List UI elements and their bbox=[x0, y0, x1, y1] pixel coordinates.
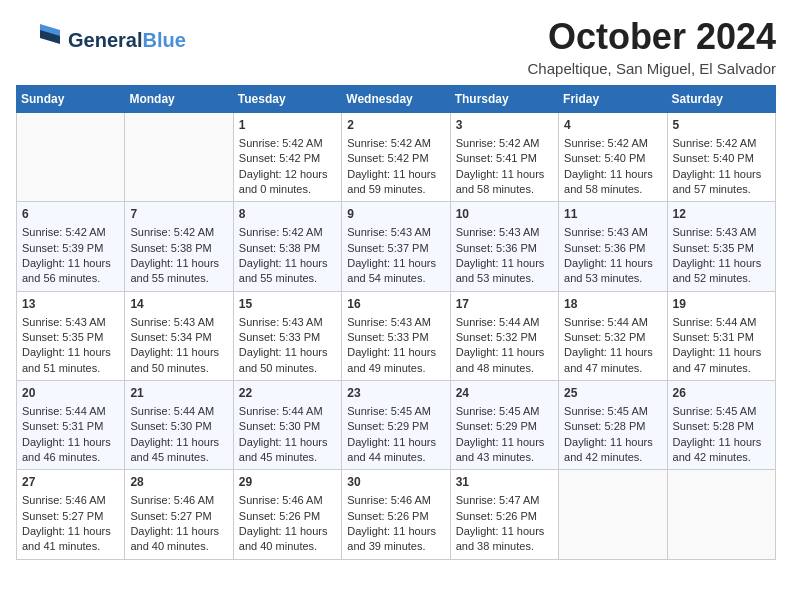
sunset-text: Sunset: 5:26 PM bbox=[347, 509, 444, 524]
sunset-text: Sunset: 5:31 PM bbox=[22, 419, 119, 434]
sunrise-text: Sunrise: 5:43 AM bbox=[347, 315, 444, 330]
day-number: 5 bbox=[673, 117, 770, 134]
calendar-cell: 4Sunrise: 5:42 AMSunset: 5:40 PMDaylight… bbox=[559, 113, 667, 202]
day-number: 4 bbox=[564, 117, 661, 134]
calendar-cell: 10Sunrise: 5:43 AMSunset: 5:36 PMDayligh… bbox=[450, 202, 558, 291]
logo-text-block: GeneralBlue bbox=[68, 29, 186, 51]
sunset-text: Sunset: 5:41 PM bbox=[456, 151, 553, 166]
calendar-header-row: SundayMondayTuesdayWednesdayThursdayFrid… bbox=[17, 86, 776, 113]
daylight-text: Daylight: 12 hours and 0 minutes. bbox=[239, 167, 336, 198]
sunset-text: Sunset: 5:32 PM bbox=[456, 330, 553, 345]
calendar-cell bbox=[667, 470, 775, 559]
sunset-text: Sunset: 5:28 PM bbox=[673, 419, 770, 434]
day-number: 12 bbox=[673, 206, 770, 223]
day-number: 1 bbox=[239, 117, 336, 134]
calendar-cell: 8Sunrise: 5:42 AMSunset: 5:38 PMDaylight… bbox=[233, 202, 341, 291]
day-number: 25 bbox=[564, 385, 661, 402]
calendar-cell: 2Sunrise: 5:42 AMSunset: 5:42 PMDaylight… bbox=[342, 113, 450, 202]
sunrise-text: Sunrise: 5:47 AM bbox=[456, 493, 553, 508]
daylight-text: Daylight: 11 hours and 40 minutes. bbox=[130, 524, 227, 555]
logo-general: General bbox=[68, 29, 142, 51]
sunrise-text: Sunrise: 5:42 AM bbox=[456, 136, 553, 151]
sunset-text: Sunset: 5:38 PM bbox=[130, 241, 227, 256]
calendar-cell: 20Sunrise: 5:44 AMSunset: 5:31 PMDayligh… bbox=[17, 381, 125, 470]
sunset-text: Sunset: 5:40 PM bbox=[564, 151, 661, 166]
calendar-cell: 22Sunrise: 5:44 AMSunset: 5:30 PMDayligh… bbox=[233, 381, 341, 470]
calendar-cell: 15Sunrise: 5:43 AMSunset: 5:33 PMDayligh… bbox=[233, 291, 341, 380]
day-header-friday: Friday bbox=[559, 86, 667, 113]
day-header-thursday: Thursday bbox=[450, 86, 558, 113]
daylight-text: Daylight: 11 hours and 53 minutes. bbox=[564, 256, 661, 287]
sunset-text: Sunset: 5:36 PM bbox=[456, 241, 553, 256]
sunrise-text: Sunrise: 5:46 AM bbox=[22, 493, 119, 508]
daylight-text: Daylight: 11 hours and 45 minutes. bbox=[239, 435, 336, 466]
calendar-cell: 3Sunrise: 5:42 AMSunset: 5:41 PMDaylight… bbox=[450, 113, 558, 202]
daylight-text: Daylight: 11 hours and 58 minutes. bbox=[456, 167, 553, 198]
logo-blue: Blue bbox=[142, 29, 185, 51]
day-number: 17 bbox=[456, 296, 553, 313]
day-number: 22 bbox=[239, 385, 336, 402]
sunset-text: Sunset: 5:32 PM bbox=[564, 330, 661, 345]
sunrise-text: Sunrise: 5:45 AM bbox=[564, 404, 661, 419]
daylight-text: Daylight: 11 hours and 49 minutes. bbox=[347, 345, 444, 376]
sunset-text: Sunset: 5:38 PM bbox=[239, 241, 336, 256]
sunrise-text: Sunrise: 5:46 AM bbox=[239, 493, 336, 508]
day-number: 26 bbox=[673, 385, 770, 402]
sunset-text: Sunset: 5:26 PM bbox=[239, 509, 336, 524]
calendar-cell: 11Sunrise: 5:43 AMSunset: 5:36 PMDayligh… bbox=[559, 202, 667, 291]
daylight-text: Daylight: 11 hours and 42 minutes. bbox=[673, 435, 770, 466]
sunset-text: Sunset: 5:35 PM bbox=[673, 241, 770, 256]
sunset-text: Sunset: 5:33 PM bbox=[239, 330, 336, 345]
daylight-text: Daylight: 11 hours and 55 minutes. bbox=[130, 256, 227, 287]
day-number: 30 bbox=[347, 474, 444, 491]
location-subtitle: Chapeltique, San Miguel, El Salvador bbox=[528, 60, 776, 77]
calendar-week-row: 20Sunrise: 5:44 AMSunset: 5:31 PMDayligh… bbox=[17, 381, 776, 470]
day-number: 20 bbox=[22, 385, 119, 402]
daylight-text: Daylight: 11 hours and 47 minutes. bbox=[564, 345, 661, 376]
sunrise-text: Sunrise: 5:42 AM bbox=[347, 136, 444, 151]
sunset-text: Sunset: 5:27 PM bbox=[22, 509, 119, 524]
day-number: 21 bbox=[130, 385, 227, 402]
sunset-text: Sunset: 5:42 PM bbox=[239, 151, 336, 166]
calendar-cell bbox=[17, 113, 125, 202]
daylight-text: Daylight: 11 hours and 53 minutes. bbox=[456, 256, 553, 287]
calendar-table: SundayMondayTuesdayWednesdayThursdayFrid… bbox=[16, 85, 776, 560]
sunset-text: Sunset: 5:30 PM bbox=[130, 419, 227, 434]
sunrise-text: Sunrise: 5:44 AM bbox=[239, 404, 336, 419]
calendar-cell: 30Sunrise: 5:46 AMSunset: 5:26 PMDayligh… bbox=[342, 470, 450, 559]
daylight-text: Daylight: 11 hours and 46 minutes. bbox=[22, 435, 119, 466]
day-number: 28 bbox=[130, 474, 227, 491]
sunrise-text: Sunrise: 5:45 AM bbox=[347, 404, 444, 419]
daylight-text: Daylight: 11 hours and 45 minutes. bbox=[130, 435, 227, 466]
sunset-text: Sunset: 5:27 PM bbox=[130, 509, 227, 524]
sunset-text: Sunset: 5:40 PM bbox=[673, 151, 770, 166]
calendar-cell: 29Sunrise: 5:46 AMSunset: 5:26 PMDayligh… bbox=[233, 470, 341, 559]
sunset-text: Sunset: 5:33 PM bbox=[347, 330, 444, 345]
sunrise-text: Sunrise: 5:45 AM bbox=[456, 404, 553, 419]
calendar-week-row: 1Sunrise: 5:42 AMSunset: 5:42 PMDaylight… bbox=[17, 113, 776, 202]
logo: GeneralBlue bbox=[16, 16, 186, 64]
day-number: 18 bbox=[564, 296, 661, 313]
sunrise-text: Sunrise: 5:42 AM bbox=[564, 136, 661, 151]
sunrise-text: Sunrise: 5:42 AM bbox=[239, 225, 336, 240]
day-number: 7 bbox=[130, 206, 227, 223]
day-number: 6 bbox=[22, 206, 119, 223]
sunrise-text: Sunrise: 5:46 AM bbox=[347, 493, 444, 508]
daylight-text: Daylight: 11 hours and 41 minutes. bbox=[22, 524, 119, 555]
day-number: 2 bbox=[347, 117, 444, 134]
sunrise-text: Sunrise: 5:43 AM bbox=[673, 225, 770, 240]
calendar-cell: 16Sunrise: 5:43 AMSunset: 5:33 PMDayligh… bbox=[342, 291, 450, 380]
calendar-cell: 24Sunrise: 5:45 AMSunset: 5:29 PMDayligh… bbox=[450, 381, 558, 470]
day-header-sunday: Sunday bbox=[17, 86, 125, 113]
day-header-wednesday: Wednesday bbox=[342, 86, 450, 113]
sunrise-text: Sunrise: 5:43 AM bbox=[564, 225, 661, 240]
day-number: 11 bbox=[564, 206, 661, 223]
daylight-text: Daylight: 11 hours and 55 minutes. bbox=[239, 256, 336, 287]
sunset-text: Sunset: 5:30 PM bbox=[239, 419, 336, 434]
calendar-week-row: 13Sunrise: 5:43 AMSunset: 5:35 PMDayligh… bbox=[17, 291, 776, 380]
calendar-cell: 5Sunrise: 5:42 AMSunset: 5:40 PMDaylight… bbox=[667, 113, 775, 202]
day-header-saturday: Saturday bbox=[667, 86, 775, 113]
sunrise-text: Sunrise: 5:43 AM bbox=[456, 225, 553, 240]
day-number: 31 bbox=[456, 474, 553, 491]
logo-icon bbox=[16, 16, 64, 64]
